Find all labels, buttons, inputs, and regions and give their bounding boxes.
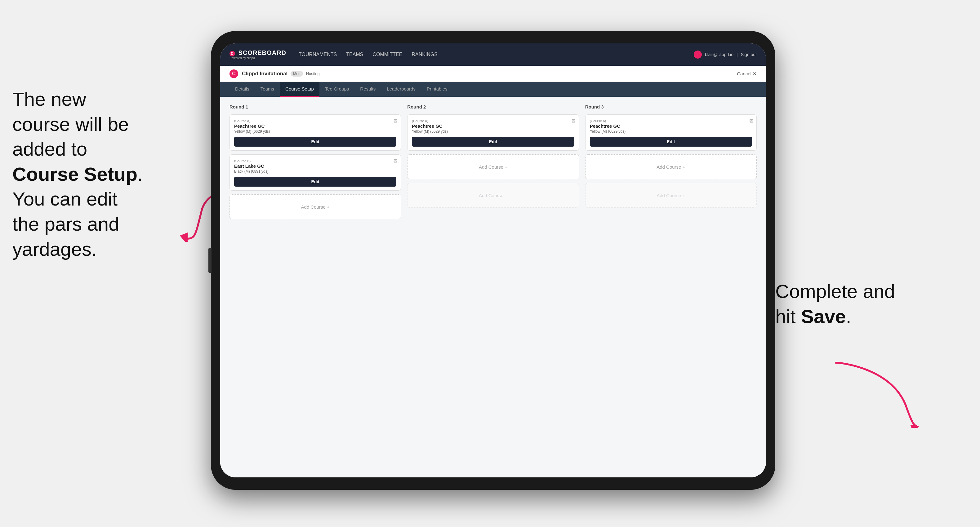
round-1-course-b-edit-button[interactable]: Edit — [234, 177, 396, 187]
user-email: blair@clippd.io — [705, 52, 733, 57]
tab-teams[interactable]: Teams — [255, 82, 280, 97]
round-1-column: Round 1 ⊠ (Course A) Peachtree GC Yellow… — [229, 104, 401, 219]
round-1-course-b-tee: Black (M) (6891 yds) — [234, 169, 396, 174]
round-1-course-a-name: Peachtree GC — [234, 123, 396, 129]
round-3-add-course-disabled: Add Course + — [585, 183, 757, 208]
sign-out-link[interactable]: Sign out — [741, 52, 757, 57]
right-annotation: Complete and hit Save. — [775, 279, 918, 329]
tab-printables[interactable]: Printables — [421, 82, 453, 97]
tournament-logo-c: C — [229, 70, 238, 78]
tablet-side-button — [208, 248, 212, 273]
app-content: C SCOREBOARD Powered by clippd TOURNAMEN… — [220, 43, 766, 478]
tournament-gender-badge: Men — [291, 71, 303, 76]
tab-details[interactable]: Details — [229, 82, 255, 97]
round-1-course-b-card: ⊠ (Course B) East Lake GC Black (M) (689… — [229, 154, 401, 190]
round-1-course-a-tee: Yellow (M) (6629 yds) — [234, 129, 396, 133]
tab-course-setup[interactable]: Course Setup — [280, 82, 320, 97]
tab-results[interactable]: Results — [355, 82, 381, 97]
round-3-column: Round 3 ⊠ (Course A) Peachtree GC Yellow… — [585, 104, 757, 219]
logo-sub: Powered by clippd — [229, 56, 286, 60]
round-2-course-a-delete-button[interactable]: ⊠ — [571, 118, 576, 124]
nav-links: TOURNAMENTS TEAMS COMMITTEE RANKINGS — [299, 51, 694, 59]
round-2-add-course-button[interactable]: Add Course + — [407, 154, 579, 179]
scoreboard-logo: C SCOREBOARD Powered by clippd — [229, 49, 286, 60]
round-1-course-b-label: (Course B) — [234, 159, 396, 163]
round-2-add-course-disabled: Add Course + — [407, 183, 579, 208]
nav-separator: | — [737, 52, 738, 57]
round-2-course-a-name: Peachtree GC — [412, 123, 574, 129]
round-1-course-a-card: ⊠ (Course A) Peachtree GC Yellow (M) (66… — [229, 114, 401, 151]
round-1-course-a-delete-button[interactable]: ⊠ — [393, 118, 398, 124]
round-1-label: Round 1 — [229, 104, 401, 110]
round-2-label: Round 2 — [407, 104, 579, 110]
round-1-course-a-label: (Course A) — [234, 119, 396, 123]
rounds-grid: Round 1 ⊠ (Course A) Peachtree GC Yellow… — [229, 104, 757, 219]
sub-navigation: Details Teams Course Setup Tee Groups Re… — [220, 82, 766, 97]
round-1-add-course-button[interactable]: Add Course + — [229, 194, 401, 219]
nav-link-tournaments[interactable]: TOURNAMENTS — [299, 51, 337, 59]
round-1-course-b-name: East Lake GC — [234, 163, 396, 169]
main-content: Round 1 ⊠ (Course A) Peachtree GC Yellow… — [220, 97, 766, 478]
svg-marker-1 — [910, 425, 919, 428]
round-2-course-a-card: ⊠ (Course A) Peachtree GC Yellow (M) (66… — [407, 114, 579, 151]
nav-link-teams[interactable]: TEAMS — [346, 51, 363, 59]
round-2-course-a-tee: Yellow (M) (6629 yds) — [412, 129, 574, 133]
round-3-label: Round 3 — [585, 104, 757, 110]
round-1-course-b-delete-button[interactable]: ⊠ — [393, 158, 398, 163]
tablet-device: C SCOREBOARD Powered by clippd TOURNAMEN… — [211, 31, 775, 490]
top-navigation: C SCOREBOARD Powered by clippd TOURNAMEN… — [220, 43, 766, 66]
round-3-course-a-label: (Course A) — [590, 119, 752, 123]
round-2-column: Round 2 ⊠ (Course A) Peachtree GC Yellow… — [407, 104, 579, 219]
nav-link-committee[interactable]: COMMITTEE — [372, 51, 402, 59]
cancel-button[interactable]: Cancel ✕ — [737, 71, 757, 76]
logo-text: C SCOREBOARD — [229, 49, 286, 56]
tournament-name: Clippd Invitational — [242, 71, 288, 77]
tab-leaderboards[interactable]: Leaderboards — [381, 82, 421, 97]
logo-c-icon: C — [229, 51, 235, 56]
tab-tee-groups[interactable]: Tee Groups — [320, 82, 355, 97]
tablet-screen: C SCOREBOARD Powered by clippd TOURNAMEN… — [220, 43, 766, 478]
round-3-course-a-tee: Yellow (M) (6629 yds) — [590, 129, 752, 133]
tournament-bar: C Clippd Invitational Men Hosting Cancel… — [220, 66, 766, 82]
nav-link-rankings[interactable]: RANKINGS — [412, 51, 438, 59]
left-annotation: The new course will be added to Course S… — [13, 87, 186, 262]
round-3-add-course-button[interactable]: Add Course + — [585, 154, 757, 179]
round-3-course-a-name: Peachtree GC — [590, 123, 752, 129]
right-arrow — [833, 360, 920, 428]
nav-right: blair@clippd.io | Sign out — [694, 51, 757, 59]
avatar — [694, 51, 702, 59]
round-3-course-a-card: ⊠ (Course A) Peachtree GC Yellow (M) (66… — [585, 114, 757, 151]
hosting-badge: Hosting — [306, 71, 320, 76]
round-3-course-a-edit-button[interactable]: Edit — [590, 137, 752, 147]
round-2-course-a-label: (Course A) — [412, 119, 574, 123]
round-1-course-a-edit-button[interactable]: Edit — [234, 137, 396, 147]
round-2-course-a-edit-button[interactable]: Edit — [412, 137, 574, 147]
round-3-course-a-delete-button[interactable]: ⊠ — [749, 118, 753, 124]
